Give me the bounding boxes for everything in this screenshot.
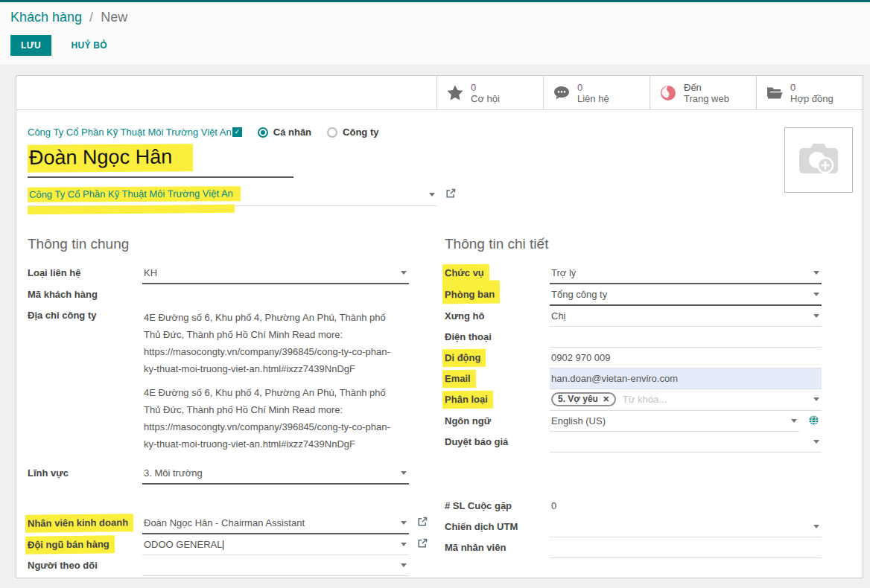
field-label: Ngôn ngữ (445, 411, 550, 427)
field-label-highlighted: Chức vụ (442, 264, 489, 283)
salesperson-select[interactable]: Đoàn Ngọc Hân - Chairman Assistant (142, 513, 409, 534)
contact-type-select[interactable]: KH (142, 263, 409, 284)
chevron-down-icon[interactable] (401, 563, 407, 567)
field-value: Tổng công ty (551, 289, 607, 300)
external-link-icon[interactable] (417, 517, 428, 530)
employee-code-input[interactable] (550, 537, 822, 558)
field-row-phone: Điện thoại (445, 327, 822, 348)
chevron-down-icon[interactable] (429, 193, 435, 196)
chevron-down-icon[interactable] (791, 419, 797, 423)
tag-label: 5. Vợ yêu (558, 393, 598, 406)
company-address-text: 4E Đường số 6, Khu phố 4, Phường An Phú,… (142, 305, 409, 463)
image-upload-box[interactable] (784, 127, 853, 193)
field-row-contact-type: Loại liên hệ KH (28, 263, 409, 284)
external-link-icon[interactable] (417, 538, 428, 552)
sales-team-select[interactable]: ODOO GENERAL (142, 534, 409, 555)
field-label-highlighted: Di động (442, 349, 486, 368)
radio-individual-label: Cá nhân (273, 127, 311, 138)
chevron-down-icon[interactable] (401, 543, 407, 546)
breadcrumb-current: New (101, 10, 127, 25)
quote-approver-select[interactable] (550, 432, 822, 453)
chevron-down-icon[interactable] (813, 293, 819, 296)
section-details: Thông tin chi tiết Chức vụ Trợ lý Phòng … (445, 236, 822, 578)
tags-placeholder: Từ khóa... (623, 394, 667, 405)
chevron-down-icon[interactable] (813, 397, 819, 401)
name-input[interactable]: Đoàn Ngọc Hân (28, 144, 293, 178)
external-link-icon[interactable] (445, 188, 456, 201)
company-checkbox[interactable]: ✓ (232, 127, 242, 137)
field-label: Người theo dõi (28, 555, 142, 572)
form-body: Công Ty Cổ Phần Kỹ Thuật Môi Trường Việt… (16, 110, 863, 578)
section-general: Thông tin chung Loại liên hệ KH Mã khách… (28, 236, 409, 578)
field-value: 0902 970 009 (551, 352, 611, 363)
stat-button-contacts[interactable]: 0 Liên hệ (543, 76, 650, 109)
address-paragraph: 4E Đường số 6, Khu phố 4, Phường An Phú,… (144, 384, 397, 453)
radio-option-company[interactable]: Công ty (327, 127, 378, 138)
radio-option-individual[interactable]: Cá nhân (258, 127, 311, 138)
chevron-down-icon[interactable] (813, 525, 819, 528)
form-sheet: 0 Cơ hội 0 Liên hệ Đến Trang (16, 75, 863, 578)
stat-label: Hợp đồng (790, 93, 834, 104)
language-select[interactable]: English (US) (550, 411, 799, 432)
field-row-email: Email han.doan@vietan-enviro.com (445, 368, 822, 389)
tag-remove-icon[interactable]: ✕ (603, 393, 609, 406)
field-row-company-address: Địa chỉ công ty 4E Đường số 6, Khu phố 4… (28, 305, 409, 463)
stat-value: 0 (471, 82, 500, 93)
utm-campaign-select[interactable] (550, 517, 822, 537)
chevron-down-icon[interactable] (813, 440, 819, 444)
mobile-input[interactable]: 0902 970 009 (550, 348, 822, 368)
globe-icon (660, 85, 676, 101)
chevron-down-icon[interactable] (401, 271, 407, 275)
field-label-highlighted: Phòng ban (442, 281, 500, 304)
field-label-highlighted: Phân loại (442, 391, 493, 409)
parent-company-value-highlighted: Công Ty Cổ Phần Kỹ Thuật Môi Trường Việt… (28, 186, 241, 202)
star-icon (447, 85, 463, 100)
field-label: Xưng hô (445, 306, 550, 322)
stat-button-bar: 0 Cơ hội 0 Liên hệ Đến Trang (16, 76, 863, 110)
stat-value: Đến (684, 82, 729, 93)
department-select[interactable]: Tổng công ty (550, 284, 822, 306)
field-label: Địa chỉ công ty (28, 305, 142, 322)
address-paragraph: 4E Đường số 6, Khu phố 4, Phường An Phú,… (144, 309, 397, 377)
content-area: 0 Cơ hội 0 Liên hệ Đến Trang (0, 65, 870, 578)
parent-company-select[interactable]: Công Ty Cổ Phần Kỹ Thuật Môi Trường Việt… (28, 187, 437, 206)
company-header-row: Công Ty Cổ Phần Kỹ Thuật Môi Trường Việt… (28, 127, 863, 138)
meeting-count-value: 0 (550, 496, 822, 517)
field-label: Lĩnh vực (28, 463, 142, 479)
field-value: English (US) (551, 415, 606, 426)
title-select[interactable]: Chị (550, 306, 822, 327)
chevron-down-icon[interactable] (401, 521, 407, 525)
chevron-down-icon[interactable] (401, 471, 407, 475)
chevron-down-icon[interactable] (813, 314, 819, 318)
radio-company-unselected[interactable] (327, 127, 337, 138)
camera-plus-icon (797, 141, 840, 180)
customer-code-field[interactable] (142, 284, 409, 305)
tag-pill[interactable]: 5. Vợ yêu ✕ (551, 392, 616, 406)
field-label: Mã nhân viên (445, 537, 550, 554)
radio-individual-selected[interactable] (258, 127, 268, 138)
breadcrumb-customers-link[interactable]: Khách hàng (10, 10, 82, 25)
field-label: Phòng ban (445, 284, 550, 304)
industry-select[interactable]: 3. Môi trường (142, 463, 409, 485)
field-label: Chiến dịch UTM (445, 517, 550, 533)
email-input[interactable]: han.doan@vietan-enviro.com (550, 368, 822, 389)
field-label: Duyệt báo giá (445, 432, 550, 448)
save-button[interactable]: LƯU (10, 35, 51, 56)
stat-button-contracts[interactable]: 0 Hợp đồng (756, 76, 863, 109)
field-label: Đội ngũ bán hàng (28, 534, 142, 554)
job-position-select[interactable]: Trợ lý (550, 263, 822, 284)
field-row-meeting-count: # SL Cuộc gặp 0 (445, 496, 822, 517)
section-title-details: Thông tin chi tiết (445, 236, 822, 252)
stat-button-opportunities[interactable]: 0 Cơ hội (436, 76, 543, 109)
chevron-down-icon[interactable] (813, 271, 819, 275)
radio-company-label: Công ty (343, 127, 378, 138)
breadcrumb-separator: / (89, 10, 93, 25)
language-globe-icon (809, 415, 819, 428)
follower-select[interactable] (142, 555, 409, 576)
related-company-link[interactable]: Công Ty Cổ Phần Kỹ Thuật Môi Trường Việt… (28, 127, 232, 138)
tags-input[interactable]: 5. Vợ yêu ✕ Từ khóa... (550, 389, 822, 411)
stat-label: Trang web (684, 93, 729, 104)
discard-button[interactable]: HUỶ BỎ (66, 39, 111, 51)
stat-button-website[interactable]: Đến Trang web (650, 76, 756, 109)
phone-input[interactable] (550, 327, 822, 348)
